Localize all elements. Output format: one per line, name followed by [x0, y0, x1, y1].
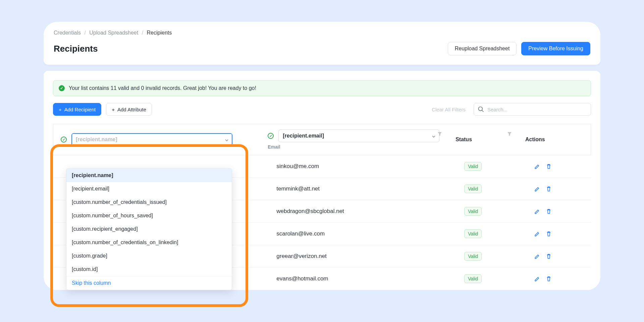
- name-column-dropdown: [recipient.name][recipient.email][custom…: [66, 168, 232, 290]
- edit-icon[interactable]: [534, 185, 541, 192]
- cell-actions: [518, 200, 591, 223]
- alert-text: Your list contains 11 valid and 0 invali…: [69, 85, 256, 91]
- plus-icon: +: [112, 107, 115, 112]
- check-icon: ✓: [268, 133, 274, 139]
- plus-icon: +: [59, 107, 62, 112]
- cell-email: temmink@att.net: [260, 178, 448, 200]
- cell-actions: [518, 268, 591, 290]
- dropdown-item[interactable]: [custom.number_of_hours_saved]: [66, 209, 232, 222]
- delete-icon[interactable]: [545, 230, 552, 237]
- cell-status: Valid: [448, 200, 518, 223]
- email-column-sub: Email: [268, 144, 441, 150]
- column-header-status: Status: [448, 124, 518, 155]
- dropdown-item[interactable]: [custom.number_of_credentials_issued]: [66, 196, 232, 209]
- add-attribute-label: Add Attribute: [117, 107, 146, 112]
- alert-success: ✓ Your list contains 11 valid and 0 inva…: [53, 80, 591, 96]
- check-icon: ✓: [61, 137, 67, 143]
- search-wrap: [474, 103, 591, 116]
- breadcrumb-sep: /: [84, 30, 86, 36]
- cell-actions: [518, 155, 591, 178]
- dropdown-item[interactable]: [custom.id]: [66, 263, 232, 276]
- edit-icon[interactable]: [534, 230, 541, 237]
- svg-line-1: [482, 110, 484, 112]
- cell-email: sinkou@me.com: [260, 155, 448, 178]
- header-card: Credentials / Upload Spreadsheet / Recip…: [44, 22, 600, 65]
- add-recipient-label: Add Recipient: [64, 107, 96, 112]
- dropdown-item[interactable]: [recipient.email]: [66, 182, 232, 196]
- header-actions: Reupload Spreadsheet Preview Before Issu…: [448, 42, 590, 55]
- dropdown-item[interactable]: [custom.grade]: [66, 249, 232, 263]
- clear-filters-link[interactable]: Clear All Filters: [432, 107, 466, 112]
- edit-icon[interactable]: [534, 208, 541, 215]
- reupload-button[interactable]: Reupload Spreadsheet: [448, 42, 517, 55]
- search-icon: [478, 106, 484, 113]
- filter-icon[interactable]: [437, 131, 442, 136]
- actions-label: Actions: [525, 137, 545, 142]
- email-select-value: [recipient.email]: [283, 133, 324, 139]
- check-circle-icon: ✓: [59, 85, 65, 91]
- name-select-placeholder: [recipient.name]: [76, 137, 117, 143]
- dropdown-item[interactable]: [recipient.name]: [66, 169, 232, 182]
- cell-email: scarolan@live.com: [260, 223, 448, 245]
- column-header-name: ✓ [recipient.name]: [53, 124, 261, 155]
- column-header-actions: Actions: [518, 124, 591, 155]
- delete-icon[interactable]: [545, 185, 552, 192]
- name-column-select[interactable]: [recipient.name]: [71, 133, 232, 146]
- cell-status: Valid: [448, 223, 518, 245]
- cell-status: Valid: [448, 178, 518, 200]
- cell-status: Valid: [448, 268, 518, 290]
- add-attribute-button[interactable]: + Add Attribute: [106, 103, 152, 116]
- cell-status: Valid: [448, 155, 518, 178]
- cell-actions: [518, 245, 591, 268]
- cell-actions: [518, 223, 591, 245]
- breadcrumb-sep: /: [142, 30, 143, 36]
- toolbar: + Add Recipient + Add Attribute Clear Al…: [53, 103, 591, 116]
- status-badge: Valid: [464, 207, 482, 216]
- status-badge: Valid: [464, 184, 482, 193]
- breadcrumb-credentials[interactable]: Credentials: [54, 30, 81, 36]
- cell-status: Valid: [448, 245, 518, 268]
- add-recipient-button[interactable]: + Add Recipient: [53, 103, 101, 116]
- dropdown-item[interactable]: [custom.number_of_credentials_on_linkedi…: [66, 236, 232, 249]
- delete-icon[interactable]: [545, 275, 552, 282]
- cell-email: webdragon@sbcglobal.net: [260, 200, 448, 223]
- filter-icon[interactable]: [507, 131, 512, 136]
- delete-icon[interactable]: [545, 208, 552, 215]
- cell-actions: [518, 178, 591, 200]
- chevron-down-icon: [225, 138, 229, 142]
- delete-icon[interactable]: [545, 163, 552, 170]
- cell-email: evans@hotmail.com: [260, 268, 448, 290]
- edit-icon[interactable]: [534, 253, 541, 260]
- header-row: Recipients Reupload Spreadsheet Preview …: [54, 42, 590, 55]
- status-badge: Valid: [464, 162, 482, 171]
- status-label: Status: [455, 137, 472, 142]
- breadcrumb-recipients: Recipients: [147, 30, 172, 36]
- cell-email: greear@verizon.net: [260, 245, 448, 268]
- column-header-email: ✓ [recipient.email] Email: [260, 124, 448, 155]
- chevron-down-icon: [432, 135, 436, 139]
- search-input[interactable]: [474, 103, 591, 116]
- status-badge: Valid: [464, 229, 482, 238]
- edit-icon[interactable]: [534, 275, 541, 282]
- svg-point-0: [479, 107, 483, 111]
- page-title: Recipients: [54, 44, 98, 54]
- email-column-select[interactable]: [recipient.email]: [278, 129, 439, 142]
- delete-icon[interactable]: [545, 253, 552, 260]
- breadcrumb: Credentials / Upload Spreadsheet / Recip…: [54, 30, 590, 36]
- edit-icon[interactable]: [534, 163, 541, 170]
- dropdown-item[interactable]: [custom.recipient_engaged]: [66, 222, 232, 236]
- breadcrumb-upload[interactable]: Upload Spreadsheet: [89, 30, 138, 36]
- status-badge: Valid: [464, 252, 482, 261]
- status-badge: Valid: [464, 274, 482, 283]
- dropdown-skip-column[interactable]: Skip this column: [66, 276, 232, 290]
- preview-button[interactable]: Preview Before Issuing: [521, 42, 590, 55]
